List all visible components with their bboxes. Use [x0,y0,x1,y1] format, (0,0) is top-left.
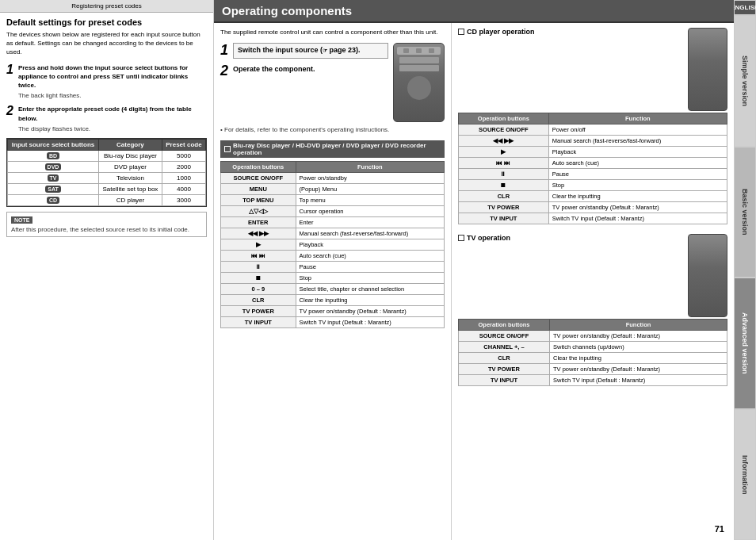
tab-basic[interactable]: Basic version [734,147,756,278]
blu-ray-row: ⏮ ⏭ Auto search (cue) [221,251,445,262]
cd-row: ◀◀ ▶▶ Manual search (fast-reverse/fast-f… [459,136,727,147]
blu-ray-row: △▽◁▷ Cursor operation [221,206,445,217]
blu-ray-row: MENU (Popup) Menu [221,184,445,195]
blu-col-button: Operation buttons [221,162,296,173]
cd-function: Power on/off [548,124,727,136]
blu-ray-section: Blu-ray Disc player / HD-DVD player / DV… [220,140,445,328]
blu-button: ⏹ [221,273,296,284]
tv-title: TV operation [467,234,510,242]
remote-image [393,43,445,122]
blu-button: 0 – 9 [221,284,296,295]
op-step-2-row: 2 Operate the component. [220,63,388,78]
blu-button: ENTER [221,217,296,228]
preset-row: DVD DVD player 2000 [8,161,206,172]
tv-button: TV POWER [459,364,550,375]
cd-row: ⏮ ⏭ Auto search (cue) [459,158,727,169]
preset-row: TV Television 1000 [8,172,206,183]
blu-ray-row: ◀◀ ▶▶ Manual search (fast-reverse/fast-f… [221,228,445,239]
right-panel: Operating components The supplied remote… [214,0,734,540]
cd-row: CLR Clear the inputting [459,191,727,202]
page-number: 71 [715,524,724,534]
tv-section: TV operation Operation buttons Function … [458,234,727,386]
cd-button: TV POWER [459,202,549,213]
tv-table: Operation buttons Function SOURCE ON/OFF… [458,319,727,386]
step-2-row: 2 Enter the appropriate preset code (4 d… [6,105,207,133]
cd-button: CLR [459,191,549,202]
blu-function: TV power on/standby (Default : Marantz) [296,306,444,317]
op-components-header: Operating components [214,0,734,23]
tv-button: CLR [459,353,550,364]
cd-button: SOURCE ON/OFF [459,124,549,136]
cd-button: ▶ [459,147,549,158]
tv-button: TV INPUT [459,375,550,386]
preset-code: 5000 [162,150,205,161]
preset-category: CD player [99,194,162,205]
left-panel: Registering preset codes Default setting… [0,0,214,540]
cd-function: Pause [548,169,727,180]
blu-ray-title: Blu-ray Disc player / HD-DVD player / DV… [233,142,441,156]
preset-col-category: Category [99,139,162,150]
default-settings-intro: The devices shown below are registered f… [6,30,207,57]
tv-section-label: TV operation [458,234,685,242]
cd-row: TV INPUT Switch TV input (Default : Mara… [459,213,727,224]
left-panel-body: Default settings for preset codes The de… [0,13,213,540]
cd-row: ▶ Playback [459,147,727,158]
op-body: The supplied remote control unit can con… [214,23,734,540]
cd-row: SOURCE ON/OFF Power on/off [459,124,727,136]
blu-ray-row: ENTER Enter [221,217,445,228]
op-step-1-num: 1 [220,43,228,57]
main-content: Registering preset codes Default setting… [0,0,734,540]
right-col: CD player operation Operation buttons Fu… [452,23,734,540]
tv-row: SOURCE ON/OFF TV power on/standby (Defau… [459,331,727,342]
blu-function: Pause [296,262,444,273]
preset-source: CD [8,194,99,205]
tv-col-button: Operation buttons [459,320,550,331]
cd-title: CD player operation [467,28,535,36]
op-step-2-num: 2 [220,63,228,78]
op-step-1-main: Switch the input source (☞ page 23). [233,43,388,59]
blu-ray-row: ⏹ Stop [221,273,445,284]
cd-col-button: Operation buttons [459,113,549,124]
blu-button: ◀◀ ▶▶ [221,228,296,239]
cd-button: ⏸ [459,169,549,180]
blu-function: Stop [296,273,444,284]
blu-ray-row: TOP MENU Top menu [221,195,445,206]
default-settings-title: Default settings for preset codes [6,17,207,27]
cd-function: Clear the inputting [548,191,727,202]
preset-category: Television [99,172,162,183]
tv-checkbox [458,235,464,241]
blu-button: TV POWER [221,306,296,317]
preset-row: CD CD player 3000 [8,194,206,205]
blu-button: MENU [221,184,296,195]
blu-button: △▽◁▷ [221,206,296,217]
op-intro: The supplied remote control unit can con… [220,28,445,36]
op-step-2-sub: Operate the component. [233,65,388,73]
tab-information[interactable]: Information [734,409,756,541]
tab-english[interactable]: ENGLISH [734,0,756,15]
tv-remote-image [688,234,727,317]
blu-col-function: Function [296,162,444,173]
preset-code: 1000 [162,172,205,183]
op-step-1-row: 1 Switch the input source (☞ page 23). [220,43,388,59]
sidebar-tabs: ENGLISH Simple version Basic version Adv… [734,0,756,540]
tv-row: TV INPUT Switch TV input (Default : Mara… [459,375,727,386]
cd-function: Playback [548,147,727,158]
blu-ray-header: Blu-ray Disc player / HD-DVD player / DV… [220,140,445,158]
blu-ray-row: ▶ Playback [221,239,445,251]
tab-simple[interactable]: Simple version [734,15,756,147]
cd-row: ⏹ Stop [459,180,727,191]
blu-button: ▶ [221,239,296,251]
cd-function: Manual search (fast-reverse/fast-forward… [548,136,727,147]
preset-source: BD [8,150,99,161]
cd-button: ⏹ [459,180,549,191]
preset-table: Input source select buttons Category Pre… [7,139,206,206]
preset-col-code: Preset code [162,139,205,150]
blu-button: TOP MENU [221,195,296,206]
blu-function: Enter [296,217,444,228]
blu-ray-row: CLR Clear the inputting [221,295,445,306]
tab-advanced[interactable]: Advanced version [734,278,756,409]
tv-row: TV POWER TV power on/standby (Default : … [459,364,727,375]
note-label: NOTE [11,216,32,224]
blu-function: (Popup) Menu [296,184,444,195]
tv-row: CHANNEL +, – Switch channels (up/down) [459,342,727,353]
